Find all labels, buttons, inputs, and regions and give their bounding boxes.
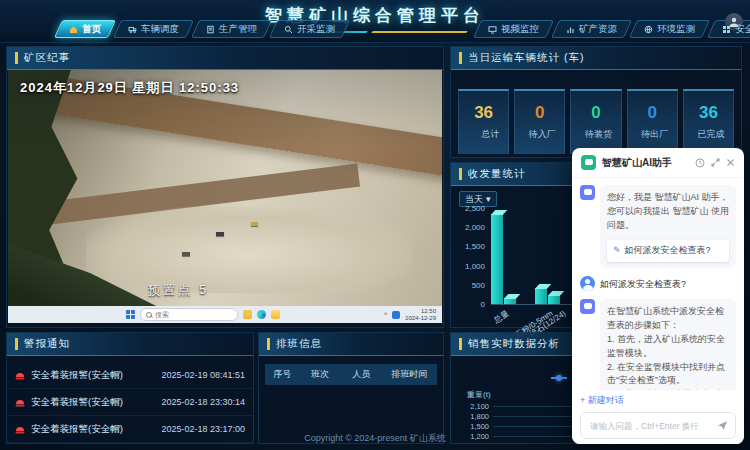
panel-vehicle-stats: 当日运输车辆统计 (车) 36 总计 0 待入厂 0 待装货 0 待出厂 36 …: [450, 46, 742, 158]
tab-label: 矿产资源: [579, 23, 617, 36]
tab-label: 环境监测: [657, 23, 695, 36]
user-question-text: 如何派发安全检查表?: [600, 276, 686, 291]
bot-message: 在智慧矿山系统中派发安全检查表的步骤如下： 1. 首先，进入矿山系统的安全监管模…: [580, 299, 736, 390]
stat-value: 0: [591, 103, 600, 123]
ai-logo-icon: [581, 155, 596, 170]
panel-shift-schedule: 排班信息 序号 班次 人员 排班时间: [258, 332, 444, 444]
suggested-question-chip[interactable]: ✎ 如何派发安全检查表?: [607, 240, 729, 262]
stat-total: 36 总计: [458, 89, 509, 154]
user-avatar-icon: [580, 276, 595, 291]
ai-header-actions: [695, 158, 735, 168]
new-conversation-link[interactable]: + 新建对话: [580, 394, 736, 407]
close-icon[interactable]: [726, 158, 735, 167]
taskbar-search: 搜索: [140, 308, 238, 321]
stat-value: 0: [535, 103, 544, 123]
tab-label: 生产管理: [219, 23, 257, 36]
stat-completed: 36 已完成: [683, 89, 734, 154]
tab-production-management[interactable]: 生产管理: [195, 20, 268, 38]
tab-home[interactable]: 首页: [58, 20, 112, 38]
nav-right: 视频监控 矿产资源 环境监测 安全监管: [477, 20, 750, 38]
clipboard-icon: [206, 25, 215, 34]
tray-badge-icon: [392, 311, 400, 319]
alarm-icon: [15, 397, 25, 408]
y-tick: 500: [459, 281, 485, 290]
alert-label: 安全着装报警(安全帽): [31, 396, 155, 409]
grid-icon: [722, 25, 731, 34]
tab-label: 安全监管: [735, 23, 750, 36]
col-time: 排班时间: [382, 368, 437, 381]
history-icon[interactable]: [695, 158, 705, 168]
tab-label: 车辆调度: [141, 23, 179, 36]
bar: [548, 295, 560, 304]
tab-video-monitoring[interactable]: 视频监控: [477, 20, 550, 38]
answer-text: 在智慧矿山系统中派发安全检查表的步骤如下： 1. 首先，进入矿山系统的安全监管模…: [600, 299, 736, 390]
tab-label: 视频监控: [501, 23, 539, 36]
stat-label: 待装货: [580, 128, 612, 141]
alert-time: 2025-02-19 08:41:51: [161, 370, 245, 380]
panel-title: 排班信息: [276, 337, 322, 351]
globe-icon: [644, 25, 653, 34]
series-legend: [551, 375, 562, 381]
send-icon[interactable]: [717, 420, 728, 431]
chevron-down-icon: ▾: [486, 194, 491, 204]
panel-header: 矿区纪事: [7, 47, 443, 70]
stat-waiting-exit: 0 待出厂: [627, 89, 678, 154]
panel-title: 销售实时数据分析: [468, 337, 560, 351]
file-explorer-icon: [243, 310, 252, 319]
ai-footer: + 新建对话: [572, 390, 744, 444]
tab-environment-monitoring[interactable]: 环境监测: [633, 20, 706, 38]
y-tick: 1,800: [457, 412, 489, 421]
pencil-icon: ✎: [613, 244, 621, 258]
search-label: 搜索: [155, 310, 169, 320]
stat-value: 36: [699, 103, 718, 123]
panel-title: 收发量统计: [468, 167, 526, 181]
stat-waiting-entry: 0 待入厂: [514, 89, 565, 154]
stat-label: 已完成: [692, 128, 724, 141]
bot-avatar-icon: [580, 185, 595, 200]
bot-bubble: 您好，我是 智慧矿山AI 助手，您可以向我提出 智慧矿山 使用问题。 ✎ 如何派…: [600, 185, 736, 268]
stat-waiting-loading: 0 待装货: [570, 89, 621, 154]
monitor-icon: [488, 25, 497, 34]
col-personnel: 人员: [341, 368, 382, 381]
stat-value: 0: [647, 103, 656, 123]
chat-input-wrapper: [580, 412, 736, 439]
title-decor-yellow: [371, 31, 468, 33]
tab-mineral-resources[interactable]: 矿产资源: [555, 20, 628, 38]
panel-alert-notifications: 警报通知 安全着装报警(安全帽) 2025-02-19 08:41:51 安全着…: [6, 332, 254, 444]
y-tick: 2,100: [457, 402, 489, 411]
video-feed: 2024年12月29日 星期日 12:50:33 预置点 5 搜索 ^ 12:5…: [8, 70, 442, 323]
y-tick: 0: [459, 300, 485, 309]
tab-label: 首页: [82, 23, 101, 36]
alert-row[interactable]: 安全着装报警(安全帽) 2025-02-18 23:30:14: [7, 389, 253, 416]
magnifier-icon: [284, 25, 293, 34]
panel-header: 排班信息: [259, 333, 443, 356]
browser-icon: [257, 310, 266, 319]
tab-vehicle-dispatch[interactable]: 车辆调度: [117, 20, 190, 38]
chat-area: 您好，我是 智慧矿山AI 助手，您可以向我提出 智慧矿山 使用问题。 ✎ 如何派…: [572, 177, 744, 390]
user-message: 如何派发安全检查表?: [580, 276, 736, 291]
y-tick: 1,500: [457, 422, 489, 431]
panel-header: 警报通知: [7, 333, 253, 356]
y-tick: 2,500: [459, 204, 485, 213]
tab-mining-monitoring[interactable]: 开采监测: [273, 20, 346, 38]
alert-row[interactable]: 安全着装报警(安全帽) 2025-02-19 08:41:51: [7, 362, 253, 389]
panel-title: 矿区纪事: [24, 51, 70, 65]
ai-header: 智慧矿山AI助手: [572, 148, 744, 178]
smart-mine-dashboard: 智慧矿山综合管理平台 首页 车辆调度 生产管理: [0, 0, 750, 450]
chat-input[interactable]: [588, 420, 713, 432]
expand-icon[interactable]: [711, 158, 720, 167]
video-datetime-overlay: 2024年12月29日 星期日 12:50:33: [20, 79, 239, 97]
panel-mine-chronicle: 矿区纪事 2024年12月29日 星期日 12:50:33 预置点 5 搜索: [6, 46, 444, 328]
stat-cards: 36 总计 0 待入厂 0 待装货 0 待出厂 36 已完成: [458, 89, 734, 154]
tray-clock: 12:50 2024-12-29: [405, 308, 436, 322]
bar: [535, 288, 547, 304]
bar-chart-icon: [566, 25, 575, 34]
schedule-table-header: 序号 班次 人员 排班时间: [265, 364, 437, 385]
tab-label: 开采监测: [297, 23, 335, 36]
tray-caret-icon: ^: [384, 311, 387, 318]
greeting-text: 您好，我是 智慧矿山AI 助手，您可以向我提出 智慧矿山 使用问题。: [607, 192, 729, 230]
windows-taskbar: 搜索 ^ 12:50 2024-12-29: [8, 306, 442, 323]
video-shade: [8, 70, 442, 323]
y-tick: 1,500: [459, 242, 485, 251]
y-tick: 1,000: [459, 262, 485, 271]
